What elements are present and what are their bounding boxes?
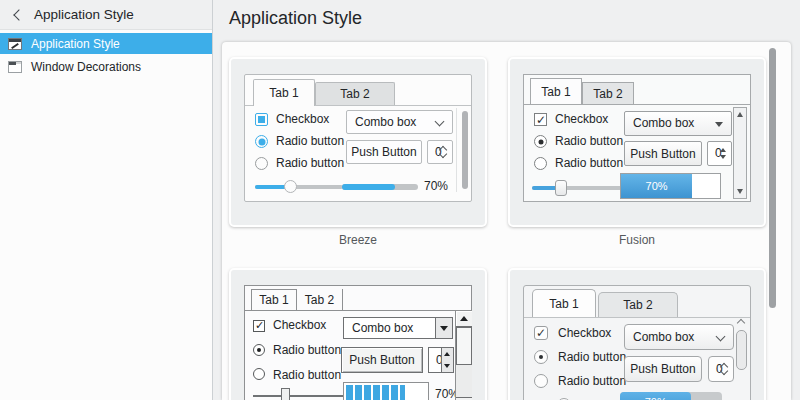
progress-fill: 70% <box>346 385 405 400</box>
check-icon <box>258 116 265 123</box>
sidebar-header-title: Application Style <box>34 7 134 22</box>
style-preview-oxygen[interactable]: Tab 1 Tab 2 ✓ Checkbox Radio button Radi… <box>508 268 766 400</box>
checkbox-label: Checkbox <box>276 113 329 126</box>
preview-scrollbar <box>736 320 747 400</box>
check-icon: ✓ <box>255 320 264 331</box>
tab-1: Tab 1 <box>530 78 582 104</box>
radio-label: Radio button <box>276 135 344 148</box>
combo-box-label: Combo box <box>355 115 416 129</box>
slider-handle <box>281 388 290 400</box>
tab-label: Tab 2 <box>623 298 652 312</box>
radio-button-unselected <box>534 374 548 388</box>
sidebar: Application Style Application Style Wind… <box>0 0 213 400</box>
scroll-up-icon <box>737 112 743 117</box>
preview-window: Tab 1 Tab 2 ✓ Checkbox Radio button Radi… <box>523 285 751 400</box>
tab-frame-line <box>524 317 750 318</box>
tab-label: Tab 2 <box>340 87 369 101</box>
preview-window: Tab 1 Tab 2 Checkbox Radio button Radio … <box>244 74 472 202</box>
tab-1: Tab 1 <box>251 289 297 310</box>
style-grid-panel: Tab 1 Tab 2 Checkbox Radio button Radio … <box>222 42 791 400</box>
check-icon: ✓ <box>536 327 546 339</box>
radio-button-unselected <box>255 157 268 170</box>
radio-button-unselected <box>534 157 547 170</box>
progress-fill: 70% <box>620 392 691 400</box>
dropdown-arrow-icon <box>715 122 723 127</box>
sidebar-item-window-decorations[interactable]: Window Decorations <box>0 56 212 77</box>
back-icon <box>13 9 24 20</box>
tab-1: Tab 1 <box>532 289 596 317</box>
slider <box>253 388 345 400</box>
slider-handle <box>555 180 567 196</box>
radio-label: Radio button <box>273 344 341 357</box>
radio-button-unselected <box>253 368 265 380</box>
preview-scrollbar <box>455 311 472 400</box>
push-button: Push Button <box>624 141 702 166</box>
chevron-down-icon <box>716 332 726 342</box>
style-preview-windows9x[interactable]: Tab 1 Tab 2 ✓ Checkbox Radio button Radi… <box>229 268 487 400</box>
preview-scrollbar <box>733 107 747 199</box>
spin-down-icon <box>720 155 726 159</box>
radio-dot-icon <box>538 139 543 144</box>
preview-window: Tab 1 Tab 2 ✓ Checkbox Radio button Radi… <box>523 74 751 202</box>
spin-box: 0 <box>708 356 734 382</box>
progress-text: 70% <box>621 180 692 192</box>
sidebar-item-application-style[interactable]: Application Style <box>0 33 212 54</box>
progress-label: 70% <box>424 179 448 193</box>
spin-box: 0 <box>428 347 454 373</box>
radio-dot-icon <box>258 138 265 145</box>
scroll-thumb <box>462 111 468 189</box>
radio-label: Radio button <box>558 375 626 388</box>
window-decorations-icon <box>8 61 22 73</box>
chevron-down-icon <box>435 117 445 127</box>
radio-label: Radio button <box>276 157 344 170</box>
checkbox: ✓ <box>534 113 547 126</box>
radio-label: Radio button <box>555 135 623 148</box>
tab-1: Tab 1 <box>253 79 315 106</box>
scroll-up-icon <box>456 311 472 327</box>
tab-label: Tab 1 <box>269 86 298 100</box>
page-title: Application Style <box>229 8 362 29</box>
radio-label: Radio button <box>558 351 626 364</box>
radio-button-selected <box>255 135 268 148</box>
checkbox: ✓ <box>534 326 548 340</box>
checkbox-label: Checkbox <box>273 319 326 332</box>
combo-box: Combo box <box>343 317 453 339</box>
style-preview-fusion[interactable]: Tab 1 Tab 2 ✓ Checkbox Radio button Radi… <box>508 57 766 227</box>
combo-box-label: Combo box <box>352 321 413 335</box>
combo-box: Combo box <box>624 324 734 350</box>
tab-2: Tab 2 <box>315 82 395 105</box>
tab-label: Tab 2 <box>305 293 334 307</box>
progress-bar: 70% <box>620 173 721 199</box>
progress-bar: 70% <box>343 382 429 400</box>
checkbox <box>255 113 268 126</box>
radio-button-selected <box>534 350 548 364</box>
combo-box-label: Combo box <box>633 330 694 344</box>
checkbox-label: Checkbox <box>558 327 611 340</box>
preview-window: Tab 1 Tab 2 ✓ Checkbox Radio button Radi… <box>244 285 472 400</box>
scroll-up-icon <box>737 319 745 327</box>
tab-2: Tab 2 <box>297 289 343 310</box>
push-button: Push Button <box>341 347 423 373</box>
slider <box>532 180 622 196</box>
slider <box>255 179 343 195</box>
main-scrollbar-thumb[interactable] <box>769 48 776 308</box>
spin-box: 0 <box>707 141 732 166</box>
tab-label: Tab 1 <box>549 297 578 311</box>
combo-box: Combo box <box>624 111 732 136</box>
scroll-thumb <box>736 330 747 370</box>
tab-label: Tab 1 <box>541 85 570 99</box>
style-name-caption: Breeze <box>229 233 487 247</box>
spin-down-icon <box>441 360 453 372</box>
slider-track <box>253 395 345 397</box>
scroll-down-icon <box>737 189 743 194</box>
tab-frame-line <box>245 310 471 311</box>
check-icon: ✓ <box>536 114 546 126</box>
application-style-icon <box>8 38 22 50</box>
back-button[interactable] <box>10 7 26 23</box>
progress-fill: 70% <box>621 174 692 198</box>
tab-label: Tab 2 <box>593 87 622 101</box>
progress-text: 70% <box>620 396 691 400</box>
tab-2: Tab 2 <box>582 82 634 104</box>
radio-label: Radio button <box>555 157 623 170</box>
style-preview-breeze[interactable]: Tab 1 Tab 2 Checkbox Radio button Radio … <box>229 57 487 227</box>
